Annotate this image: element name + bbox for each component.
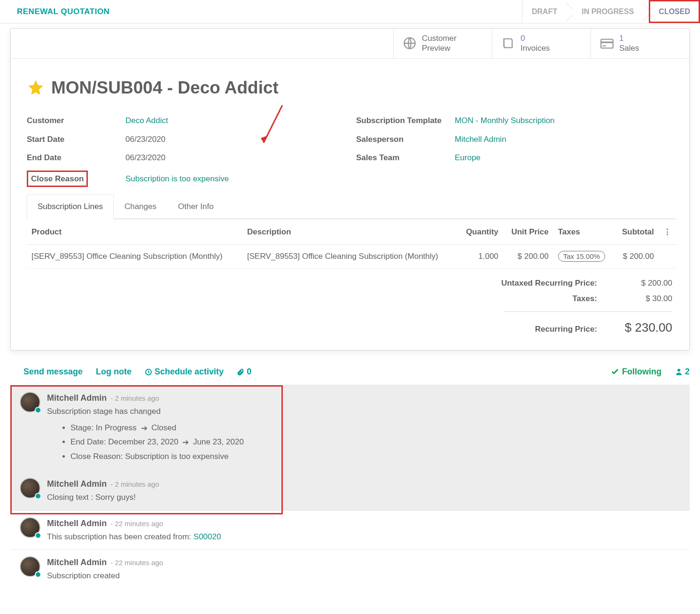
button-box: Customer Preview 0 Invoices 1 Sales [11,29,689,59]
tabs: Subscription Lines Changes Other Info [27,194,676,219]
invoices-button[interactable]: 0 Invoices [492,29,591,58]
send-message-button[interactable]: Send message [23,365,83,378]
customer-value[interactable]: Deco Addict [125,115,347,127]
top-bar: RENEWAL QUOTATION DRAFT IN PROGRESS CLOS… [0,0,700,23]
status-draft[interactable]: DRAFT [522,0,567,23]
stat-line1: Customer [422,33,457,43]
clock-icon [145,368,152,376]
avatar[interactable] [20,478,40,498]
message-text: Subscription created [47,570,680,582]
th-taxes[interactable]: Taxes [553,219,614,245]
invoices-count: 0 [521,33,550,43]
cell-quantity: 1.000 [458,245,503,269]
message: Mitchell Admin - 2 minutes agoClosing te… [10,471,690,510]
tab-subscription-lines[interactable]: Subscription Lines [27,194,114,219]
sales-team-value[interactable]: Europe [455,152,676,164]
message-author[interactable]: Mitchell Admin [47,517,107,530]
total-value: $ 230.00 [616,319,672,337]
sales-team-label: Sales Team [356,152,455,164]
form-sheet: Customer Preview 0 Invoices 1 Sales [10,28,690,350]
message-time: - 22 minutes ago [110,558,163,568]
message-link[interactable]: S00020 [194,532,221,541]
following-button[interactable]: Following [611,365,661,378]
th-description[interactable]: Description [242,219,458,245]
untaxed-value: $ 200.00 [616,277,672,289]
cell-description: [SERV_89553] Office Cleaning Subscriptio… [242,245,458,269]
chatter: Send message Log note Schedule activity … [10,365,690,589]
untaxed-label: Untaxed Recurring Price: [466,277,597,289]
message-text: This subscription has been created from:… [47,531,680,543]
message-bullet: Stage: In Progress ➔ Closed [70,422,680,434]
user-icon [675,367,683,376]
salesperson-value[interactable]: Mitchell Admin [455,133,676,146]
message-text: Closing text : Sorry guys! [47,491,680,504]
template-value[interactable]: MON - Monthly Subscription [455,115,676,127]
log-note-button[interactable]: Log note [96,365,132,378]
invoices-label: Invoices [521,43,550,53]
message-time: - 22 minutes ago [110,519,163,529]
message-time: - 2 minutes ago [110,479,159,490]
tax-pill[interactable]: Tax 15.00% [558,251,605,262]
salesperson-label: Salesperson [356,133,455,146]
message: Mitchell Admin - 22 minutes agoSubscript… [10,549,690,589]
renewal-quotation-button[interactable]: RENEWAL QUOTATION [17,6,109,18]
avatar[interactable] [20,392,40,412]
table-row[interactable]: [SERV_89553] Office Cleaning Subscriptio… [27,245,676,269]
check-icon [611,367,619,376]
start-date-label: Start Date [27,133,125,146]
close-reason-value[interactable]: Subscription is too expensive [125,173,347,185]
message-bullet: Close Reason: Subscription is too expens… [70,451,680,463]
paperclip-icon [237,368,244,376]
sales-button[interactable]: 1 Sales [591,29,689,58]
message-author[interactable]: Mitchell Admin [47,392,107,404]
message-text: Subscription stage has changed [47,405,680,418]
globe-icon [403,37,416,50]
th-quantity[interactable]: Quantity [458,219,503,245]
total-label: Recurring Price: [466,323,597,335]
presence-dot-icon [35,493,41,499]
message-bullet: End Date: December 23, 2020 ➔ June 23, 2… [70,436,680,448]
th-subtotal[interactable]: Subtotal [614,219,659,245]
subscription-lines-table: Product Description Quantity Unit Price … [27,219,676,269]
taxes-label: Taxes: [466,293,597,305]
presence-dot-icon [35,407,41,413]
status-in-progress[interactable]: IN PROGRESS [572,0,643,23]
cell-subtotal: $ 200.00 [614,245,659,269]
cell-product: [SERV_89553] Office Cleaning Subscriptio… [27,245,242,269]
kebab-icon[interactable]: ⋮ [663,227,671,236]
stat-line2: Preview [422,43,457,53]
record-title: MON/SUB004 - Deco Addict [51,75,279,101]
start-date-value: 06/23/2020 [125,133,347,146]
svg-rect-2 [601,41,613,43]
template-label: Subscription Template [356,115,455,127]
schedule-activity-button[interactable]: Schedule activity [145,365,224,378]
taxes-value: $ 30.00 [616,293,672,305]
tab-other-info[interactable]: Other Info [167,194,225,219]
avatar[interactable] [20,517,40,538]
svg-point-7 [677,369,680,372]
arrow-right-icon: ➔ [182,436,189,449]
book-icon [502,37,515,50]
tab-changes[interactable]: Changes [114,194,167,219]
presence-dot-icon [35,532,41,539]
followers-button[interactable]: 2 [675,365,690,378]
th-unit-price[interactable]: Unit Price [503,219,553,245]
sales-label: Sales [619,43,639,53]
message-author[interactable]: Mitchell Admin [47,478,107,490]
avatar[interactable] [20,556,40,577]
arrow-right-icon: ➔ [141,422,148,435]
customer-label: Customer [27,115,125,127]
close-reason-label: Close Reason [27,171,88,187]
card-icon [600,38,614,50]
attachments-button[interactable]: 0 [237,365,251,378]
favorite-star-icon[interactable] [27,78,45,96]
totals: Untaxed Recurring Price: $ 200.00 Taxes:… [27,277,676,345]
end-date-label: End Date [27,152,125,164]
presence-dot-icon [35,571,41,578]
message-author[interactable]: Mitchell Admin [47,556,107,569]
th-product[interactable]: Product [27,219,242,245]
status-flow: DRAFT IN PROGRESS CLOSED [522,0,700,23]
customer-preview-button[interactable]: Customer Preview [393,29,492,58]
status-closed[interactable]: CLOSED [649,0,700,23]
svg-rect-3 [603,46,606,47]
